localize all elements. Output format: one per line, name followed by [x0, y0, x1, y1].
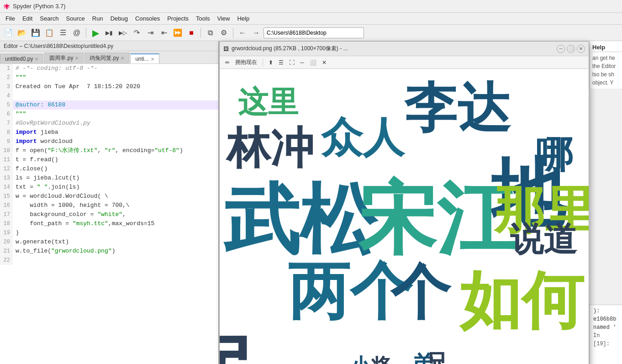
tab-jitusalongluo-label: 鸡兔同笼.py — [90, 54, 119, 62]
code-content-14: txt = " ".join(ls) — [13, 183, 79, 192]
menu-source[interactable]: Source — [63, 14, 89, 23]
toolbar-sep-2 — [200, 28, 201, 38]
menu-projects[interactable]: Projects — [163, 14, 192, 23]
nav-address-input[interactable] — [264, 27, 364, 38]
save-file-btn[interactable]: 💾 — [29, 26, 42, 39]
edit-icon[interactable]: ✏ — [223, 59, 232, 66]
word-linchong: 林冲 — [226, 123, 314, 172]
open-file-btn[interactable]: 📂 — [16, 26, 28, 39]
code-content-21: w.to_file("grwordcloud.png") — [13, 247, 115, 256]
line-num-18: 18 — [0, 219, 13, 228]
step-over-btn[interactable]: ↷ — [130, 26, 143, 39]
help-text: an get hethe Editorlso be shobject. Y — [592, 54, 622, 87]
menu-bar: File Edit Search Source Run Debug Consol… — [0, 13, 622, 25]
line-num-6: 6 — [0, 110, 13, 119]
tab-yuanzhoulv-close[interactable]: ✕ — [75, 56, 79, 61]
image-icon: 🖼 — [223, 46, 229, 52]
debug-frame-btn[interactable]: ⧉ — [204, 26, 216, 39]
word-shuodao: 说道 — [510, 221, 578, 258]
code-area[interactable]: 1 # -*- coding: utf-8 -*- 2 """ 3 Create… — [0, 64, 218, 364]
close-btn[interactable]: ✕ — [577, 45, 585, 53]
code-content-15: w = wordcloud.WordCloud( \ — [13, 192, 108, 201]
iv-sep-1 — [263, 58, 263, 67]
code-line-2: 2 """ — [0, 73, 218, 82]
fwd-btn[interactable]: → — [250, 26, 263, 39]
menu-search[interactable]: Search — [36, 14, 62, 23]
stop-btn[interactable]: ■ — [185, 26, 198, 39]
menu-view[interactable]: View — [213, 14, 233, 23]
code-line-17: 17 background_color = "white", — [0, 210, 218, 219]
iv-restore-icon[interactable]: ⬜ — [308, 59, 318, 66]
new-file-btn[interactable]: 📄 — [2, 26, 15, 39]
iv-close-icon[interactable]: ✕ — [320, 59, 328, 66]
tab-untitled4[interactable]: unti... ✕ — [130, 53, 159, 63]
code-line-12: 12 f.close() — [0, 164, 218, 174]
toolbar-sep-3 — [233, 28, 233, 38]
code-content-2: """ — [13, 73, 26, 82]
tab-untitled4-close[interactable]: ✕ — [151, 57, 154, 62]
console-prompt: In [19]: — [593, 332, 618, 348]
code-line-22: 22 — [0, 256, 218, 265]
at-btn[interactable]: @ — [70, 26, 83, 39]
upload-icon[interactable]: ⬆ — [267, 59, 275, 66]
back-btn[interactable]: ← — [236, 26, 249, 39]
word-wusong: 武松 — [223, 177, 379, 262]
line-num-14: 14 — [0, 183, 13, 192]
tab-yuanzhoulv-label: 圆周率.py — [49, 54, 73, 62]
code-line-10: 10 f = open("F:\水浒传.txt", "r", encoding=… — [0, 146, 218, 155]
line-num-20: 20 — [0, 237, 13, 247]
indent-btn[interactable]: ⇥ — [144, 26, 157, 39]
word-cloud-canvas: 这里 众人 李达 地 哪 林冲 武松 宋江 那里 — [220, 69, 589, 364]
word-zhere: 这里 — [238, 85, 298, 119]
run-cell-btn[interactable]: ▶▮ — [103, 26, 116, 39]
tab-jitusalongluo-close[interactable]: ✕ — [121, 56, 124, 61]
code-line-3: 3 Created on Tue Apr 7 18:15:20 2020 — [0, 82, 218, 91]
image-viewer-toolbar: ✏ 拥抱现在 ⬆ ☰ ⛶ ─ ⬜ ✕ — [220, 56, 589, 69]
help-panel: Help an get hethe Editorlso be shobject.… — [589, 41, 622, 89]
toolbar: 📄 📂 💾 📋 ☰ @ ▶ ▶▮ ▶▷ ↷ ⇥ ⇤ ⏩ ■ ⧉ ⚙ ← → — [0, 25, 622, 41]
restore-btn[interactable]: ⬜ — [567, 45, 575, 53]
run-cell-adv-btn[interactable]: ▶▷ — [116, 26, 129, 39]
code-content-6: """ — [13, 110, 26, 119]
fast-fwd-btn[interactable]: ⏩ — [171, 26, 184, 39]
menu-run[interactable]: Run — [89, 14, 107, 23]
code-content-18: font_path = "msyh.ttc",max_words=15 — [13, 219, 154, 228]
line-num-4: 4 — [0, 91, 13, 100]
console-line-2: e106b8b — [593, 315, 618, 323]
image-viewer-titlebar: 🖼 grwordcloud.png (85.27KB , 1000×700像素)… — [220, 42, 589, 56]
menu-tools[interactable]: Tools — [192, 14, 213, 23]
image-viewer-title-text: grwordcloud.png (85.27KB , 1000×700像素) -… — [232, 45, 348, 53]
menu-debug[interactable]: Debug — [107, 14, 132, 23]
run-btn[interactable]: ▶ — [89, 26, 102, 39]
line-num-19: 19 — [0, 228, 13, 237]
word-ge: 个 — [390, 258, 452, 326]
menu-icon[interactable]: ☰ — [277, 59, 285, 66]
console-area[interactable]: ): e106b8b named ' In [19]: — [589, 305, 622, 364]
word-min: 民 — [220, 336, 255, 364]
tab-jitusalongluo[interactable]: 鸡兔同笼.py ✕ — [84, 53, 129, 63]
toolbar-sep-1 — [86, 28, 86, 38]
tab-untitled0-close[interactable]: ✕ — [35, 57, 38, 62]
list-btn[interactable]: ☰ — [57, 26, 69, 39]
tab-untitled4-label: unti... — [135, 56, 148, 62]
save-all-btn[interactable]: 📋 — [43, 26, 56, 39]
code-content-19: ) — [13, 228, 19, 237]
iv-minimize-icon[interactable]: ─ — [298, 59, 306, 66]
menu-edit[interactable]: Edit — [19, 14, 36, 23]
code-content-5: @author: 86188 — [13, 100, 65, 110]
minimize-btn[interactable]: ─ — [557, 45, 565, 53]
unindent-btn[interactable]: ⇤ — [158, 26, 170, 39]
code-line-7: 7 #GovRptWordCloudv1.py — [0, 119, 218, 128]
menu-help[interactable]: Help — [233, 14, 253, 23]
debug-cell-btn[interactable]: ⚙ — [217, 26, 230, 39]
word-ruhe: 如何 — [459, 266, 585, 335]
menu-consoles[interactable]: Consoles — [132, 14, 163, 23]
tab-yuanzhoulv[interactable]: 圆周率.py ✕ — [44, 53, 84, 63]
expand-icon[interactable]: ⛶ — [287, 59, 296, 66]
code-content-4 — [13, 91, 16, 100]
tab-untitled0[interactable]: untitled0.py ✕ — [0, 54, 43, 63]
menu-file[interactable]: File — [2, 14, 19, 23]
code-line-1: 1 # -*- coding: utf-8 -*- — [0, 64, 218, 73]
line-num-11: 11 — [0, 155, 13, 164]
code-line-21: 21 w.to_file("grwordcloud.png") — [0, 247, 218, 256]
